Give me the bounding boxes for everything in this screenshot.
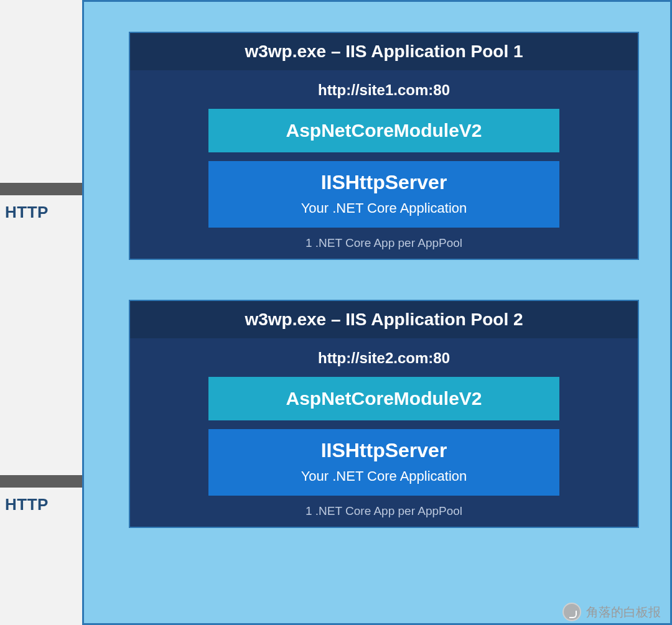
watermark: 角落的白板报 — [562, 603, 661, 621]
arrow-label: HTTP — [5, 203, 49, 222]
iis-http-server: IISHttpServer Your .NET Core Application — [208, 429, 559, 496]
server-title: IISHttpServer — [208, 171, 559, 194]
server-title: IISHttpServer — [208, 439, 559, 462]
arrow-label: HTTP — [5, 495, 49, 514]
server-subtitle: Your .NET Core Application — [208, 200, 559, 216]
watermark-text: 角落的白板报 — [586, 604, 661, 621]
aspnetcore-module: AspNetCoreModuleV2 — [208, 377, 559, 420]
app-pool-1: w3wp.exe – IIS Application Pool 1 http:/… — [129, 32, 639, 260]
wechat-icon — [562, 603, 581, 621]
iis-http-server: IISHttpServer Your .NET Core Application — [208, 161, 559, 228]
pool-footer-note: 1 .NET Core App per AppPool — [130, 234, 638, 251]
app-pool-2: w3wp.exe – IIS Application Pool 2 http:/… — [129, 300, 639, 528]
pool-url: http://site1.com:80 — [130, 70, 638, 109]
pool-footer-note: 1 .NET Core App per AppPool — [130, 502, 638, 519]
iis-container: w3wp.exe – IIS Application Pool 1 http:/… — [82, 0, 672, 625]
server-subtitle: Your .NET Core Application — [208, 468, 559, 484]
pool-url: http://site2.com:80 — [130, 338, 638, 377]
pool-header: w3wp.exe – IIS Application Pool 1 — [130, 33, 638, 70]
pool-header: w3wp.exe – IIS Application Pool 2 — [130, 301, 638, 338]
aspnetcore-module: AspNetCoreModuleV2 — [208, 109, 559, 152]
